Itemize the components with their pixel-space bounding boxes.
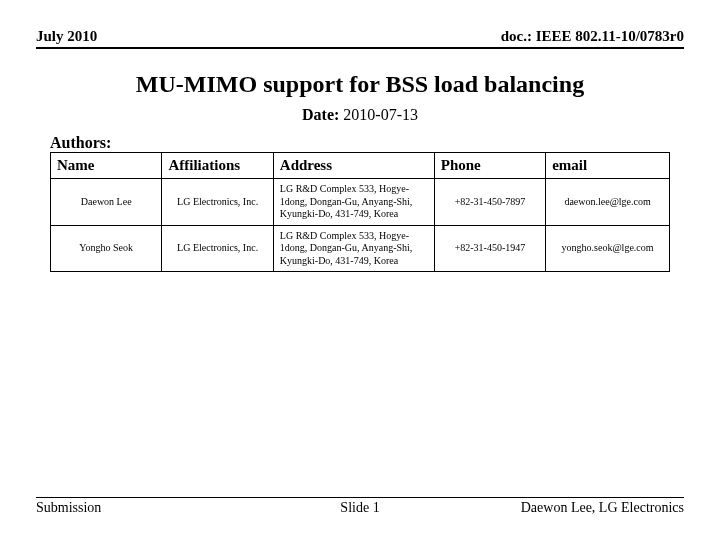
col-affiliations: Affiliations [162, 153, 273, 179]
col-name: Name [51, 153, 162, 179]
header-doc-id: doc.: IEEE 802.11-10/0783r0 [501, 28, 684, 45]
date-label: Date: [302, 106, 339, 123]
date-line: Date: 2010-07-13 [36, 106, 684, 124]
date-value: 2010-07-13 [343, 106, 418, 123]
cell-address: LG R&D Complex 533, Hogye-1dong, Dongan-… [273, 225, 434, 272]
col-phone: Phone [434, 153, 545, 179]
cell-address: LG R&D Complex 533, Hogye-1dong, Dongan-… [273, 179, 434, 226]
table-header-row: Name Affiliations Address Phone email [51, 153, 670, 179]
cell-phone: +82-31-450-1947 [434, 225, 545, 272]
col-address: Address [273, 153, 434, 179]
footer-center: Slide 1 [36, 500, 684, 516]
cell-email: daewon.lee@lge.com [546, 179, 670, 226]
table-row: Yongho Seok LG Electronics, Inc. LG R&D … [51, 225, 670, 272]
cell-name: Yongho Seok [51, 225, 162, 272]
cell-affiliation: LG Electronics, Inc. [162, 179, 273, 226]
cell-phone: +82-31-450-7897 [434, 179, 545, 226]
authors-label: Authors: [50, 134, 684, 152]
header-date: July 2010 [36, 28, 97, 45]
table-row: Daewon Lee LG Electronics, Inc. LG R&D C… [51, 179, 670, 226]
header-row: July 2010 doc.: IEEE 802.11-10/0783r0 [36, 28, 684, 49]
cell-name: Daewon Lee [51, 179, 162, 226]
footer: Submission Slide 1 Daewon Lee, LG Electr… [36, 497, 684, 516]
authors-table: Name Affiliations Address Phone email Da… [50, 152, 670, 272]
cell-email: yongho.seok@lge.com [546, 225, 670, 272]
col-email: email [546, 153, 670, 179]
page-title: MU-MIMO support for BSS load balancing [36, 71, 684, 98]
cell-affiliation: LG Electronics, Inc. [162, 225, 273, 272]
